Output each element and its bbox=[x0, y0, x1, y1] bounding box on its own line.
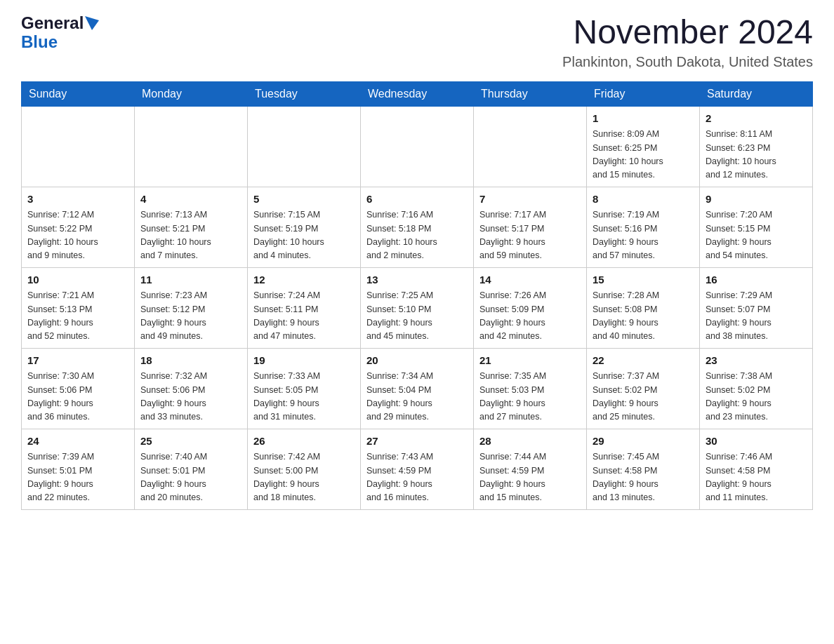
calendar-day-cell: 13Sunrise: 7:25 AM Sunset: 5:10 PM Dayli… bbox=[361, 267, 474, 348]
day-info: Sunrise: 7:39 AM Sunset: 5:01 PM Dayligh… bbox=[27, 450, 128, 505]
day-info: Sunrise: 7:28 AM Sunset: 5:08 PM Dayligh… bbox=[593, 289, 694, 344]
calendar-day-cell bbox=[474, 106, 587, 187]
calendar-day-cell: 23Sunrise: 7:38 AM Sunset: 5:02 PM Dayli… bbox=[700, 348, 813, 429]
day-info: Sunrise: 8:11 AM Sunset: 6:23 PM Dayligh… bbox=[706, 128, 807, 182]
day-info: Sunrise: 7:40 AM Sunset: 5:01 PM Dayligh… bbox=[140, 450, 241, 505]
day-info: Sunrise: 7:34 AM Sunset: 5:04 PM Dayligh… bbox=[366, 370, 468, 424]
calendar-table: SundayMondayTuesdayWednesdayThursdayFrid… bbox=[21, 81, 813, 510]
day-number: 27 bbox=[366, 434, 468, 450]
day-number: 17 bbox=[27, 353, 128, 369]
calendar-day-cell: 21Sunrise: 7:35 AM Sunset: 5:03 PM Dayli… bbox=[474, 348, 587, 429]
day-number: 6 bbox=[366, 192, 468, 208]
day-info: Sunrise: 7:44 AM Sunset: 4:59 PM Dayligh… bbox=[479, 450, 581, 505]
day-info: Sunrise: 7:26 AM Sunset: 5:09 PM Dayligh… bbox=[479, 289, 581, 344]
day-number: 3 bbox=[27, 192, 128, 208]
calendar-header-row: SundayMondayTuesdayWednesdayThursdayFrid… bbox=[22, 81, 813, 106]
day-number: 29 bbox=[593, 434, 694, 450]
calendar-week-row: 3Sunrise: 7:12 AM Sunset: 5:22 PM Daylig… bbox=[22, 187, 813, 267]
day-number: 13 bbox=[366, 272, 468, 288]
calendar-day-cell: 19Sunrise: 7:33 AM Sunset: 5:05 PM Dayli… bbox=[248, 348, 361, 429]
day-info: Sunrise: 7:29 AM Sunset: 5:07 PM Dayligh… bbox=[706, 289, 807, 344]
day-number: 21 bbox=[479, 353, 581, 369]
calendar-day-cell: 3Sunrise: 7:12 AM Sunset: 5:22 PM Daylig… bbox=[22, 187, 135, 267]
calendar-day-cell bbox=[22, 106, 135, 187]
calendar-day-cell: 11Sunrise: 7:23 AM Sunset: 5:12 PM Dayli… bbox=[135, 267, 248, 348]
day-number: 2 bbox=[706, 111, 807, 127]
day-info: Sunrise: 7:13 AM Sunset: 5:21 PM Dayligh… bbox=[140, 208, 241, 263]
calendar-day-cell bbox=[248, 106, 361, 187]
calendar-day-cell: 28Sunrise: 7:44 AM Sunset: 4:59 PM Dayli… bbox=[474, 429, 587, 509]
calendar-day-cell: 10Sunrise: 7:21 AM Sunset: 5:13 PM Dayli… bbox=[22, 267, 135, 348]
day-number: 30 bbox=[706, 434, 807, 450]
day-of-week-header: Tuesday bbox=[248, 81, 361, 106]
day-info: Sunrise: 7:20 AM Sunset: 5:15 PM Dayligh… bbox=[706, 208, 807, 263]
day-number: 9 bbox=[706, 192, 807, 208]
calendar-day-cell: 15Sunrise: 7:28 AM Sunset: 5:08 PM Dayli… bbox=[587, 267, 700, 348]
calendar-week-row: 1Sunrise: 8:09 AM Sunset: 6:25 PM Daylig… bbox=[22, 106, 813, 187]
calendar-day-cell: 1Sunrise: 8:09 AM Sunset: 6:25 PM Daylig… bbox=[587, 106, 700, 187]
calendar-day-cell: 20Sunrise: 7:34 AM Sunset: 5:04 PM Dayli… bbox=[361, 348, 474, 429]
calendar-day-cell: 7Sunrise: 7:17 AM Sunset: 5:17 PM Daylig… bbox=[474, 187, 587, 267]
day-number: 5 bbox=[253, 192, 355, 208]
calendar-day-cell: 25Sunrise: 7:40 AM Sunset: 5:01 PM Dayli… bbox=[135, 429, 248, 509]
day-number: 16 bbox=[706, 272, 807, 288]
day-info: Sunrise: 7:24 AM Sunset: 5:11 PM Dayligh… bbox=[253, 289, 355, 344]
day-number: 8 bbox=[593, 192, 694, 208]
location-text: Plankinton, South Dakota, United States bbox=[562, 54, 813, 70]
day-info: Sunrise: 7:43 AM Sunset: 4:59 PM Dayligh… bbox=[366, 450, 468, 505]
day-number: 24 bbox=[27, 434, 128, 450]
day-number: 23 bbox=[706, 353, 807, 369]
calendar-day-cell: 24Sunrise: 7:39 AM Sunset: 5:01 PM Dayli… bbox=[22, 429, 135, 509]
logo-blue-text: Blue bbox=[21, 32, 58, 51]
svg-marker-0 bbox=[85, 16, 99, 30]
calendar-day-cell: 29Sunrise: 7:45 AM Sunset: 4:58 PM Dayli… bbox=[587, 429, 700, 509]
day-info: Sunrise: 7:12 AM Sunset: 5:22 PM Dayligh… bbox=[27, 208, 128, 263]
day-of-week-header: Monday bbox=[135, 81, 248, 106]
day-number: 7 bbox=[479, 192, 581, 208]
calendar-day-cell: 30Sunrise: 7:46 AM Sunset: 4:58 PM Dayli… bbox=[700, 429, 813, 509]
day-info: Sunrise: 7:21 AM Sunset: 5:13 PM Dayligh… bbox=[27, 289, 128, 344]
calendar-day-cell: 26Sunrise: 7:42 AM Sunset: 5:00 PM Dayli… bbox=[248, 429, 361, 509]
day-number: 25 bbox=[140, 434, 241, 450]
day-number: 14 bbox=[479, 272, 581, 288]
day-of-week-header: Thursday bbox=[474, 81, 587, 106]
day-number: 10 bbox=[27, 272, 128, 288]
calendar-day-cell: 8Sunrise: 7:19 AM Sunset: 5:16 PM Daylig… bbox=[587, 187, 700, 267]
day-number: 19 bbox=[253, 353, 355, 369]
day-of-week-header: Wednesday bbox=[361, 81, 474, 106]
day-number: 20 bbox=[366, 353, 468, 369]
day-info: Sunrise: 7:19 AM Sunset: 5:16 PM Dayligh… bbox=[593, 208, 694, 263]
day-info: Sunrise: 7:25 AM Sunset: 5:10 PM Dayligh… bbox=[366, 289, 468, 344]
calendar-day-cell: 18Sunrise: 7:32 AM Sunset: 5:06 PM Dayli… bbox=[135, 348, 248, 429]
day-info: Sunrise: 7:35 AM Sunset: 5:03 PM Dayligh… bbox=[479, 370, 581, 424]
calendar-day-cell: 12Sunrise: 7:24 AM Sunset: 5:11 PM Dayli… bbox=[248, 267, 361, 348]
day-info: Sunrise: 7:38 AM Sunset: 5:02 PM Dayligh… bbox=[706, 370, 807, 424]
calendar-day-cell: 9Sunrise: 7:20 AM Sunset: 5:15 PM Daylig… bbox=[700, 187, 813, 267]
calendar-day-cell: 27Sunrise: 7:43 AM Sunset: 4:59 PM Dayli… bbox=[361, 429, 474, 509]
calendar-week-row: 17Sunrise: 7:30 AM Sunset: 5:06 PM Dayli… bbox=[22, 348, 813, 429]
calendar-day-cell: 2Sunrise: 8:11 AM Sunset: 6:23 PM Daylig… bbox=[700, 106, 813, 187]
day-number: 12 bbox=[253, 272, 355, 288]
calendar-day-cell: 14Sunrise: 7:26 AM Sunset: 5:09 PM Dayli… bbox=[474, 267, 587, 348]
day-info: Sunrise: 7:45 AM Sunset: 4:58 PM Dayligh… bbox=[593, 450, 694, 505]
day-of-week-header: Saturday bbox=[700, 81, 813, 106]
day-of-week-header: Friday bbox=[587, 81, 700, 106]
calendar-day-cell: 4Sunrise: 7:13 AM Sunset: 5:21 PM Daylig… bbox=[135, 187, 248, 267]
logo-triangle-icon bbox=[85, 16, 99, 30]
day-number: 1 bbox=[593, 111, 694, 127]
day-info: Sunrise: 7:30 AM Sunset: 5:06 PM Dayligh… bbox=[27, 370, 128, 424]
month-title: November 2024 bbox=[562, 14, 813, 51]
calendar-day-cell: 17Sunrise: 7:30 AM Sunset: 5:06 PM Dayli… bbox=[22, 348, 135, 429]
day-number: 28 bbox=[479, 434, 581, 450]
day-number: 22 bbox=[593, 353, 694, 369]
logo: General Blue bbox=[21, 14, 99, 52]
logo-general-text: General bbox=[21, 14, 84, 32]
day-info: Sunrise: 7:17 AM Sunset: 5:17 PM Dayligh… bbox=[479, 208, 581, 263]
page-header: General Blue November 2024 Plankinton, S… bbox=[21, 14, 813, 70]
day-info: Sunrise: 7:37 AM Sunset: 5:02 PM Dayligh… bbox=[593, 370, 694, 424]
day-info: Sunrise: 7:16 AM Sunset: 5:18 PM Dayligh… bbox=[366, 208, 468, 263]
day-of-week-header: Sunday bbox=[22, 81, 135, 106]
day-info: Sunrise: 7:42 AM Sunset: 5:00 PM Dayligh… bbox=[253, 450, 355, 505]
day-number: 11 bbox=[140, 272, 241, 288]
calendar-day-cell: 6Sunrise: 7:16 AM Sunset: 5:18 PM Daylig… bbox=[361, 187, 474, 267]
